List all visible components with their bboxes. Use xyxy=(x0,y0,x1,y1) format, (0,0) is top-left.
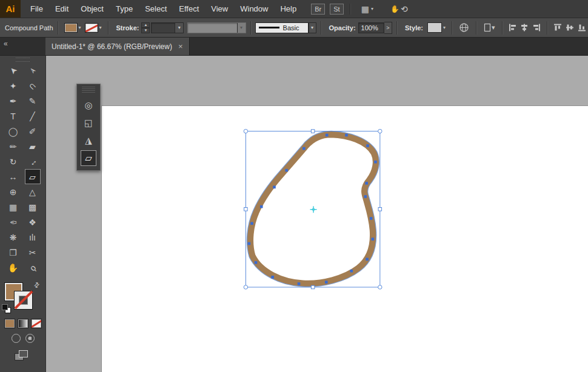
constrain-icon: ◎ xyxy=(84,100,92,111)
stepper-up-icon[interactable]: ▲ xyxy=(141,22,150,28)
separator xyxy=(321,21,321,35)
close-tab-icon[interactable]: × xyxy=(178,42,183,50)
zoom-tool[interactable]: ϙ xyxy=(25,260,41,275)
free-distort-button[interactable]: ▱ xyxy=(81,150,96,166)
bridge-button[interactable]: Br xyxy=(311,4,325,15)
color-button[interactable] xyxy=(4,319,15,328)
stock-button[interactable]: St xyxy=(330,4,343,15)
align-horizontal-right-icon[interactable] xyxy=(532,23,541,32)
shape-builder-tool[interactable]: ⊕ xyxy=(5,184,21,199)
width-tool[interactable]: ↔ xyxy=(5,169,21,184)
default-fill-stroke-button[interactable] xyxy=(2,304,10,313)
width-profile-dropdown[interactable]: ▾ xyxy=(187,22,246,33)
rotate-tool[interactable]: ↻ xyxy=(5,154,21,169)
perspective-distort-button[interactable]: ◮ xyxy=(81,133,96,148)
curvature-tool[interactable]: ✎ xyxy=(25,93,41,108)
lasso-tool[interactable]: ⊂ xyxy=(25,78,41,93)
chevron-down-icon[interactable]: ▾ xyxy=(309,23,316,33)
document-tab[interactable]: Untitled-1* @ 66.67% (RGB/Preview) × xyxy=(45,38,190,55)
menu-help[interactable]: Help xyxy=(274,0,302,18)
type-tool[interactable]: T xyxy=(5,108,21,124)
column-graph-tool[interactable]: ılı xyxy=(25,230,41,245)
constrain-button[interactable]: ◎ xyxy=(81,98,96,113)
none-button[interactable] xyxy=(31,319,42,328)
draw-mode-row xyxy=(0,334,45,343)
draw-mode-icon-2[interactable] xyxy=(25,334,35,343)
symbol-sprayer-tool[interactable]: ❋ xyxy=(5,230,21,245)
fill-color-dropdown[interactable]: ▾ xyxy=(64,23,81,33)
chevron-down-icon: ▾ xyxy=(371,6,373,12)
menu-file[interactable]: File xyxy=(24,0,49,18)
align-horizontal-center-icon[interactable] xyxy=(520,23,529,32)
selection-tool[interactable]: ➤ xyxy=(5,63,21,78)
pen-tool[interactable]: ✒ xyxy=(5,93,21,108)
eraser-tool[interactable]: ▰ xyxy=(25,139,41,154)
brush-definition-dropdown[interactable]: Basic ▾ xyxy=(255,22,316,33)
perspective-grid-tool[interactable]: △ xyxy=(25,184,41,199)
free-transform-button[interactable]: ◱ xyxy=(81,115,96,131)
separator xyxy=(476,21,476,35)
menu-select[interactable]: Select xyxy=(139,0,173,18)
swap-fill-stroke-icon[interactable]: ⇄ xyxy=(32,281,42,290)
align-vertical-top-icon[interactable] xyxy=(553,23,562,32)
shape-builder-icon: ⊕ xyxy=(10,187,17,197)
opacity-flyout-button[interactable]: > xyxy=(384,22,392,34)
stroke-weight-dropdown[interactable]: ▾ xyxy=(151,22,184,33)
line-segment-tool[interactable]: ╱ xyxy=(25,108,41,124)
widget-buttons: ◎◱◮▱ xyxy=(77,98,100,166)
blend-tool[interactable]: ❖ xyxy=(25,214,41,230)
brush-stroke-preview-icon xyxy=(259,27,279,28)
canvas-area[interactable]: ◎◱◮▱ xyxy=(46,56,588,372)
magic-wand-tool[interactable]: ✦ xyxy=(5,78,21,93)
scale-icon: ↔ xyxy=(26,155,39,168)
direct-selection-tool[interactable]: ➢ xyxy=(25,63,41,78)
free-transform-widget[interactable]: ◎◱◮▱ xyxy=(76,84,101,171)
screen-mode-button[interactable] xyxy=(15,350,28,360)
align-horizontal-left-icon[interactable] xyxy=(509,23,517,32)
brush-preview[interactable]: Basic xyxy=(255,22,309,33)
touch-workspace-button[interactable]: ✋ ⟲ xyxy=(390,4,408,14)
isolate-object-button[interactable]: ▾ xyxy=(483,23,495,33)
panel-grip[interactable] xyxy=(16,58,30,62)
document-tab-title: Untitled-1* @ 66.67% (RGB/Preview) xyxy=(52,42,172,51)
lasso-icon: ⊂ xyxy=(27,80,39,92)
pencil-tool[interactable]: ✏ xyxy=(5,139,21,154)
menu-type[interactable]: Type xyxy=(110,0,139,18)
free-transform-tool[interactable]: ▱ xyxy=(25,169,41,184)
scale-tool[interactable]: ↔ xyxy=(25,154,41,169)
ellipse-icon: ◯ xyxy=(8,127,18,136)
eyedropper-tool[interactable]: ✑ xyxy=(5,214,21,230)
ellipse-tool[interactable]: ◯ xyxy=(5,124,21,139)
align-vertical-center-icon[interactable] xyxy=(566,23,574,32)
collapse-panel-button[interactable]: « xyxy=(4,40,8,47)
artboard[interactable] xyxy=(102,106,588,372)
hand-tool[interactable]: ✋ xyxy=(5,260,21,275)
chevron-down-icon[interactable]: ▾ xyxy=(175,23,183,33)
slice-tool[interactable]: ✂ xyxy=(25,245,41,260)
stroke-color-dropdown[interactable]: ▾ xyxy=(85,23,102,33)
gradient-button[interactable] xyxy=(18,319,28,328)
paintbrush-tool[interactable]: ✐ xyxy=(25,124,41,139)
draw-mode-icon-1[interactable] xyxy=(12,334,21,343)
menu-window[interactable]: Window xyxy=(234,0,274,18)
graphic-style-dropdown[interactable]: ▾ xyxy=(427,22,446,33)
align-vertical-bottom-icon[interactable] xyxy=(578,23,586,32)
artboard-tool[interactable]: ❐ xyxy=(5,245,21,260)
menu-view[interactable]: View xyxy=(205,0,234,18)
stroke-swatch[interactable] xyxy=(14,291,33,310)
selection-icon: ➤ xyxy=(7,65,19,77)
mesh-tool[interactable]: ▦ xyxy=(5,199,21,214)
stepper-down-icon[interactable]: ▼ xyxy=(141,28,150,33)
selection-context-label: Compound Path xyxy=(5,24,53,32)
menu-effect[interactable]: Effect xyxy=(173,0,205,18)
document-setup-button[interactable] xyxy=(459,22,469,33)
gradient-tool[interactable]: ▩ xyxy=(25,199,41,214)
control-bar: Compound Path ▾ ▾ Stroke: ▲ ▼ ▾ ▾ xyxy=(0,18,588,38)
stroke-weight-stepper[interactable]: ▲ ▼ xyxy=(141,22,150,33)
menu-object[interactable]: Object xyxy=(75,0,110,18)
graphic-style-swatch xyxy=(427,22,442,33)
menu-edit[interactable]: Edit xyxy=(49,0,75,18)
widget-grip[interactable] xyxy=(82,87,95,94)
opacity-input[interactable]: 100% xyxy=(358,22,384,33)
arrange-documents-button[interactable]: ▦ ▾ xyxy=(361,4,373,14)
